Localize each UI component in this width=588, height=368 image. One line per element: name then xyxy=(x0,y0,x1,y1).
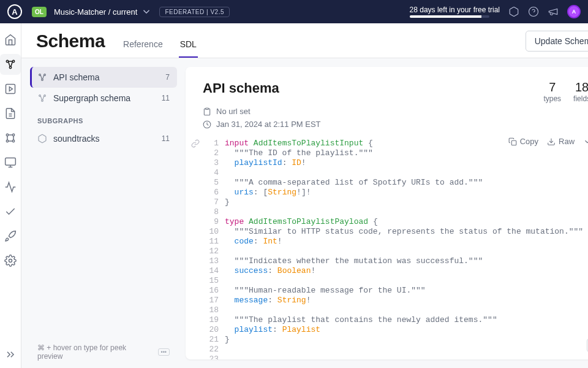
code-editor[interactable]: 1234567891011121314151617181920212223 in… xyxy=(186,135,588,359)
nav-explorer[interactable] xyxy=(0,79,21,99)
tabs: Reference SDL xyxy=(122,32,198,58)
sidebar-item-label: soundtracks xyxy=(53,134,99,144)
trial-status[interactable]: 28 days left in your free trial xyxy=(410,6,500,18)
avatar[interactable]: A xyxy=(567,5,581,18)
sidebar-item-label: API schema xyxy=(53,72,99,82)
peek-preview-hint: ⌘ + hover on type for peek preview ••• xyxy=(30,336,177,368)
stat-fields-label: fields xyxy=(573,94,588,103)
breadcrumb-text: Music-Matcher / current xyxy=(54,7,138,17)
stat-fields-num: 18 xyxy=(573,80,588,94)
schema-detail-panel: API schema 7 types 18 fields xyxy=(186,67,588,359)
update-schema-button[interactable]: Update Schema xyxy=(526,31,588,52)
help-icon[interactable] xyxy=(528,6,539,17)
nav-schema[interactable] xyxy=(0,54,21,75)
nav-collapse[interactable] xyxy=(0,347,21,368)
cube-icon xyxy=(37,134,47,144)
tab-reference[interactable]: Reference xyxy=(122,32,164,58)
svg-point-12 xyxy=(12,140,14,142)
nav-insights[interactable] xyxy=(0,177,21,197)
box-icon[interactable] xyxy=(508,6,519,17)
nav-home[interactable] xyxy=(0,29,21,50)
clock-icon xyxy=(203,120,211,129)
clipboard-icon xyxy=(203,107,211,116)
svg-point-4 xyxy=(9,66,11,68)
svg-rect-23 xyxy=(206,108,209,109)
stat-types-num: 7 xyxy=(543,80,561,94)
line-gutter: 1234567891011121314151617181920212223 xyxy=(205,139,225,356)
svg-point-9 xyxy=(6,134,8,136)
svg-point-0 xyxy=(529,7,538,17)
page-header: Schema Reference SDL Update Schema xyxy=(21,23,588,58)
svg-point-16 xyxy=(9,259,12,263)
timestamp-text: Jan 31, 2024 at 2:11 PM EST xyxy=(216,120,321,129)
federation-badge: FEDERATED | V2.5 xyxy=(159,7,230,17)
stat-types-label: types xyxy=(543,94,561,103)
svg-point-22 xyxy=(42,100,43,102)
sidebar-item-label: Supergraph schema xyxy=(53,93,130,103)
topbar: A OL Music-Matcher / current FEDERATED |… xyxy=(0,0,588,23)
subgraphs-heading: SUBGRAPHS xyxy=(30,109,177,128)
detail-title: API schema xyxy=(203,80,279,96)
sidebar-item-count: 7 xyxy=(165,73,170,82)
svg-rect-13 xyxy=(6,158,16,166)
sidebar-item-api-schema[interactable]: API schema 7 xyxy=(30,67,177,88)
nav-changelog[interactable] xyxy=(0,103,21,124)
kbd-badge: ••• xyxy=(158,348,170,356)
schema-stats: 7 types 18 fields xyxy=(543,80,588,103)
sidebar-item-count: 11 xyxy=(162,94,170,102)
svg-marker-6 xyxy=(9,87,12,91)
org-badge[interactable]: OL xyxy=(32,7,47,17)
tab-sdl[interactable]: SDL xyxy=(179,32,198,58)
page-title: Schema xyxy=(36,31,105,52)
schema-list-panel: API schema 7 Supergraph schema 11 SUBGRA… xyxy=(21,58,186,368)
nav-variants[interactable] xyxy=(0,128,21,148)
breadcrumb[interactable]: Music-Matcher / current xyxy=(54,6,153,17)
svg-point-11 xyxy=(6,140,8,142)
svg-point-19 xyxy=(42,79,43,81)
nav-clients[interactable] xyxy=(0,152,21,173)
trial-text: 28 days left in your free trial xyxy=(410,6,500,14)
graph-icon xyxy=(37,93,47,103)
nav-launches[interactable] xyxy=(0,226,21,247)
left-nav xyxy=(0,23,21,368)
svg-point-10 xyxy=(12,134,14,136)
sidebar-item-soundtracks[interactable]: soundtracks 11 xyxy=(30,128,177,149)
graph-icon xyxy=(37,72,47,82)
sidebar-item-count: 11 xyxy=(162,134,170,143)
sidebar-item-supergraph-schema[interactable]: Supergraph schema 11 xyxy=(30,88,177,109)
nav-settings[interactable] xyxy=(0,250,21,271)
nav-checks[interactable] xyxy=(0,201,21,222)
chevron-down-icon xyxy=(141,6,152,17)
code-body[interactable]: input AddItemsToPlaylistInput { """The I… xyxy=(225,139,588,356)
apollo-logo[interactable]: A xyxy=(7,4,22,19)
link-icon[interactable] xyxy=(191,139,200,148)
no-url-text: No url set xyxy=(216,107,251,116)
svg-rect-5 xyxy=(6,85,15,94)
trial-progress-bar xyxy=(410,15,489,18)
megaphone-icon[interactable] xyxy=(548,6,559,17)
